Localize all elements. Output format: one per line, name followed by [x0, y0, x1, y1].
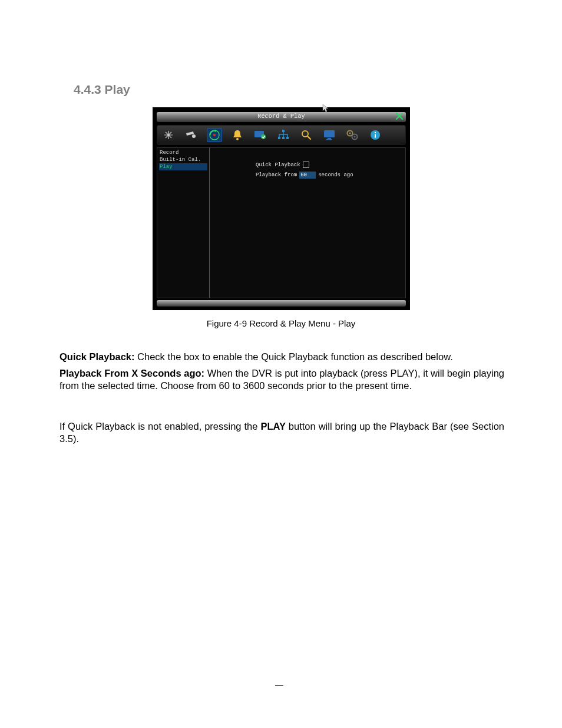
svg-rect-12: [324, 130, 335, 137]
playback-from-suffix: seconds ago: [318, 172, 353, 178]
sidebar-item-play[interactable]: Play: [159, 163, 207, 170]
bell-icon[interactable]: [230, 128, 245, 142]
svg-rect-14: [326, 139, 332, 140]
record-play-window: Record & Play Record Built-in Cal. Play: [153, 107, 410, 310]
sidebar-item-builtin-cal[interactable]: Built-in Cal.: [159, 156, 207, 163]
quick-playback-label: Quick Playback: [256, 162, 300, 168]
page-footer-mark: —: [0, 680, 562, 689]
search-icon[interactable]: [299, 128, 314, 142]
record-play-icon[interactable]: [207, 128, 222, 142]
text: If Quick Playback is not enabled, pressi…: [59, 421, 260, 431]
gear-icon[interactable]: [345, 128, 360, 142]
playback-seconds-input[interactable]: 60: [299, 172, 316, 179]
camera-icon[interactable]: [184, 128, 199, 142]
paragraph-quick-playback: Quick Playback: Check the box to enable …: [59, 351, 504, 363]
window-title: Record & Play: [157, 113, 406, 120]
sparkle-icon[interactable]: [161, 128, 176, 142]
sidebar-item-record[interactable]: Record: [159, 149, 207, 156]
bold-play: PLAY: [260, 421, 286, 431]
svg-rect-13: [328, 138, 331, 139]
display-icon[interactable]: [322, 128, 337, 142]
sidebar: Record Built-in Cal. Play: [157, 147, 210, 298]
section-heading: 4.4.3 Play: [74, 83, 130, 97]
svg-point-16: [349, 133, 351, 134]
svg-rect-7: [282, 130, 285, 132]
text: Check the box to enable the Quick Playba…: [134, 351, 452, 362]
info-icon[interactable]: [368, 128, 383, 142]
svg-point-21: [375, 132, 376, 133]
paragraph-not-enabled: If Quick Playback is not enabled, pressi…: [59, 420, 504, 446]
playback-from-prefix: Playback from: [256, 172, 297, 178]
svg-rect-8: [278, 137, 280, 139]
figure-caption: Figure 4-9 Record & Play Menu - Play: [0, 318, 562, 328]
toolbar: [157, 125, 406, 145]
svg-rect-9: [282, 137, 285, 139]
content-panel: Quick Playback Playback from 60 seconds …: [210, 147, 406, 298]
svg-point-4: [236, 138, 239, 140]
bold-label: Playback From X Seconds ago:: [59, 368, 204, 378]
bottom-bar: [157, 300, 406, 307]
svg-rect-20: [375, 134, 376, 138]
quick-playback-checkbox[interactable]: [303, 162, 309, 168]
title-bar: Record & Play: [157, 112, 406, 122]
close-icon[interactable]: [395, 112, 404, 121]
svg-rect-10: [286, 137, 289, 139]
bold-label: Quick Playback:: [59, 351, 134, 362]
svg-point-0: [192, 134, 196, 138]
network-icon[interactable]: [276, 128, 291, 142]
svg-point-3: [213, 134, 216, 136]
svg-point-18: [354, 136, 356, 138]
paragraph-playback-from: Playback From X Seconds ago: When the DV…: [59, 367, 504, 393]
monitor-check-icon[interactable]: [253, 128, 268, 142]
